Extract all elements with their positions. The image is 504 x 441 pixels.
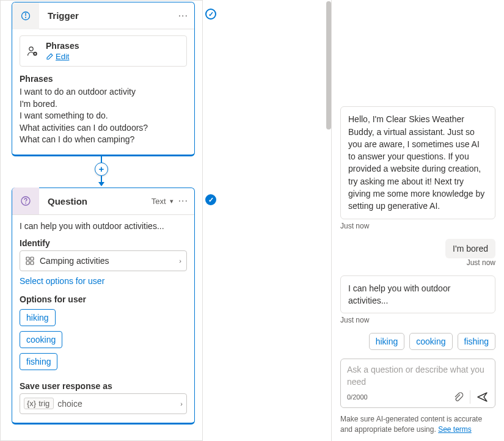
trigger-node[interactable]: Trigger ··· Phrases Edit (12, 2, 195, 156)
variable-badge: {x} trig (24, 398, 54, 409)
chat-composer[interactable]: Ask a question or describe what you need… (340, 359, 495, 408)
canvas-gap: ✓ ✓ (203, 0, 331, 441)
right-side: ✓ ✓ Hello, I'm Clear Skies Weather Buddy… (203, 0, 504, 441)
svg-point-5 (25, 203, 26, 204)
trigger-check-icon: ✓ (205, 9, 216, 20)
option-chip[interactable]: fishing (20, 353, 57, 370)
variable-type: choice (57, 399, 82, 409)
question-body: I can help you with outdoor activities..… (12, 215, 194, 423)
variable-icon: {x} (27, 399, 36, 408)
phrases-section-header: Phrases (20, 74, 187, 84)
bot-message: Hello, I'm Clear Skies Weather Buddy, a … (340, 106, 495, 219)
phrase-line: What activities can I do outdoors? (20, 122, 187, 134)
chevron-right-icon: › (180, 400, 183, 407)
question-icon (12, 188, 39, 214)
person-icon (26, 45, 38, 57)
composer-placeholder[interactable]: Ask a question or describe what you need (347, 364, 489, 388)
phrase-line: I want something to do. (20, 110, 187, 122)
trigger-body: Phrases Edit Phrases I want to do an out… (12, 29, 194, 155)
svg-point-2 (29, 46, 33, 50)
add-node-button[interactable]: + (95, 162, 108, 176)
send-icon[interactable] (477, 391, 489, 403)
footer-note: Make sure AI-generated content is accura… (332, 414, 504, 441)
see-terms-link[interactable]: See terms (438, 425, 472, 434)
trigger-more-icon[interactable]: ··· (177, 10, 189, 21)
svg-rect-8 (26, 261, 29, 264)
identify-value: Camping activities (40, 256, 109, 266)
options-label: Options for user (20, 294, 187, 304)
suggestion-chip[interactable]: fishing (458, 333, 495, 350)
pencil-icon (46, 53, 53, 60)
identify-label: Identify (20, 238, 187, 248)
entity-icon (25, 256, 35, 266)
phrases-label: Phrases (46, 41, 79, 51)
timestamp: Just now (340, 222, 495, 230)
phrase-line: I want to do an outdoor activity (20, 86, 187, 98)
svg-rect-6 (26, 257, 29, 260)
svg-point-1 (25, 16, 26, 18)
char-counter: 0/2000 (347, 393, 368, 401)
option-chip[interactable]: cooking (20, 331, 62, 348)
suggestion-chip[interactable]: cooking (409, 333, 452, 350)
chat-body: Hello, I'm Clear Skies Weather Buddy, a … (332, 0, 504, 359)
svg-rect-9 (31, 261, 34, 264)
phrase-line: I'm bored. (20, 98, 187, 111)
option-chip[interactable]: hiking (20, 309, 56, 326)
svg-rect-7 (31, 257, 34, 260)
chevron-down-icon[interactable]: ▾ (170, 197, 173, 205)
edit-link[interactable]: Edit (56, 52, 69, 61)
question-check-icon: ✓ (205, 194, 216, 205)
trigger-title: Trigger (39, 10, 177, 21)
phrase-line: What can I do when camping? (20, 134, 187, 146)
user-message: I'm bored (445, 239, 495, 258)
variable-field[interactable]: {x} trig choice › (20, 393, 187, 414)
select-options-link[interactable]: Select options for user (20, 276, 104, 286)
node-connector: + (7, 156, 196, 186)
scrollbar[interactable] (326, 1, 331, 129)
identify-field[interactable]: Camping activities › (20, 250, 187, 271)
chat-panel: Hello, I'm Clear Skies Weather Buddy, a … (331, 0, 504, 441)
bot-message: I can help you with outdoor activities..… (340, 275, 495, 314)
attachment-icon[interactable] (453, 392, 464, 403)
trigger-icon (12, 2, 39, 29)
chevron-right-icon: › (179, 257, 181, 264)
question-type-label[interactable]: Text (152, 197, 166, 206)
arrow-down-icon (98, 182, 104, 186)
suggestions-row: hiking cooking fishing (340, 333, 495, 350)
variable-name: trig (38, 399, 49, 408)
question-title: Question (39, 196, 152, 206)
phrases-card[interactable]: Phrases Edit (20, 35, 187, 67)
question-header[interactable]: Question Text ▾ ··· (12, 188, 194, 215)
question-prompt: I can help you with outdoor activities..… (20, 221, 187, 231)
question-node[interactable]: Question Text ▾ ··· I can help you with … (12, 188, 195, 425)
save-response-label: Save user response as (20, 381, 187, 391)
timestamp: Just now (340, 316, 495, 324)
timestamp: Just now (340, 258, 495, 267)
trigger-header[interactable]: Trigger ··· (12, 2, 194, 29)
suggestion-chip[interactable]: hiking (369, 333, 405, 350)
question-more-icon[interactable]: ··· (177, 195, 189, 206)
flow-canvas: Trigger ··· Phrases Edit (0, 0, 203, 441)
